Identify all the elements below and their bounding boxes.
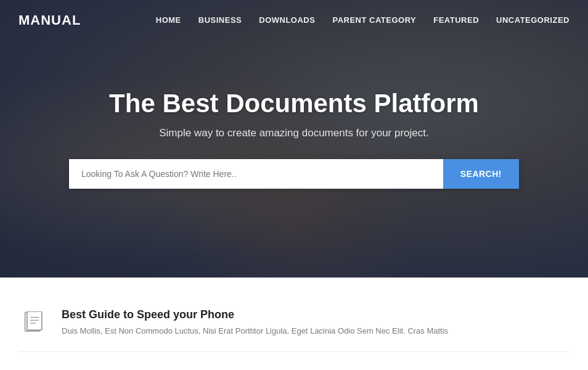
hero-subtitle: Simple way to create amazing documents f… xyxy=(25,127,563,139)
article-item: Best Guide to Speed your Phone Duis Moll… xyxy=(18,296,570,352)
nav-item-parent-category[interactable]: PARENT CATEGORY xyxy=(332,15,416,25)
article-excerpt: Duis Mollis, Est Non Commodo Luctus, Nis… xyxy=(62,325,448,337)
nav-item-business[interactable]: BUSINESS xyxy=(198,15,242,25)
hero-content: The Best Documents Platform Simple way t… xyxy=(0,89,588,189)
site-header: MANUAL HOMEBUSINESSDOWNLOADSPARENT CATEG… xyxy=(0,0,588,40)
search-button[interactable]: SEARCH! xyxy=(443,159,519,189)
content-area: Best Guide to Speed your Phone Duis Moll… xyxy=(0,278,588,352)
articles-list: Best Guide to Speed your Phone Duis Moll… xyxy=(18,296,570,352)
search-bar: SEARCH! xyxy=(69,159,519,189)
article-title[interactable]: Best Guide to Speed your Phone xyxy=(62,308,448,321)
nav-item-home[interactable]: HOME xyxy=(156,15,181,25)
article-text: Best Guide to Speed your Phone Duis Moll… xyxy=(62,308,448,337)
site-logo[interactable]: MANUAL xyxy=(18,12,81,28)
hero-title: The Best Documents Platform xyxy=(25,89,563,118)
search-input[interactable] xyxy=(69,159,443,189)
nav-item-featured[interactable]: FEATURED xyxy=(433,15,479,25)
nav-item-uncategorized[interactable]: UNCATEGORIZED xyxy=(496,15,570,25)
article-icon xyxy=(18,308,49,339)
main-nav: HOMEBUSINESSDOWNLOADSPARENT CATEGORYFEAT… xyxy=(156,15,570,25)
hero-section: The Best Documents Platform Simple way t… xyxy=(0,0,588,278)
svg-rect-4 xyxy=(27,311,42,330)
nav-item-downloads[interactable]: DOWNLOADS xyxy=(259,15,315,25)
